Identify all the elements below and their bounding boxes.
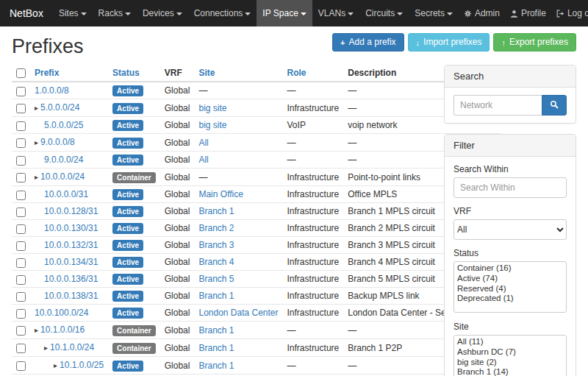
site-link[interactable]: Branch 5 — [198, 274, 234, 284]
prefix-cell: 1.0.0.0/8 — [30, 82, 108, 99]
toggle-all-checkbox[interactable] — [16, 68, 26, 78]
site-cell: big site — [194, 99, 282, 117]
search-button[interactable] — [542, 95, 567, 116]
nav-item-admin[interactable]: Admin — [459, 0, 505, 26]
column-header-status[interactable]: Status — [108, 65, 160, 82]
status-select[interactable]: Container (16)Active (74)Reserved (4)Dep… — [453, 261, 567, 313]
nav-item-racks[interactable]: Racks — [93, 0, 137, 26]
navbar-brand[interactable]: NetBox — [0, 0, 53, 26]
prefix-link[interactable]: 10.1.0.0/16 — [40, 324, 85, 335]
nav-item-secrets[interactable]: Secrets — [409, 0, 459, 26]
row-checkbox[interactable] — [16, 361, 26, 371]
site-link[interactable]: Branch 1 — [198, 361, 234, 371]
site-link[interactable]: Branch 4 — [198, 257, 234, 267]
expand-arrow-icon[interactable]: ▸ — [35, 138, 38, 146]
select-option[interactable]: big site (2) — [456, 358, 564, 368]
nav-item-log-out[interactable]: Log out — [551, 0, 588, 26]
prefix-link[interactable]: 10.1.0.0/25 — [60, 360, 104, 370]
content: PrefixStatusVRFSiteRoleDescription 1.0.0… — [12, 65, 576, 376]
prefix-link[interactable]: 9.0.0.0/8 — [40, 137, 75, 147]
site-link[interactable]: London Data Center — [198, 308, 278, 318]
import-prefixes-button[interactable]: ↓Import prefixes — [408, 33, 490, 52]
search-within-input[interactable] — [453, 177, 567, 198]
prefix-link[interactable]: 10.0.0.138/31 — [44, 291, 98, 301]
row-checkbox[interactable] — [16, 241, 26, 251]
site-link[interactable]: Branch 1 — [198, 291, 234, 301]
nav-item-connections[interactable]: Connections — [188, 0, 257, 26]
prefix-link[interactable]: 5.0.0.0/25 — [44, 120, 83, 130]
prefix-link[interactable]: 10.0.0.134/31 — [44, 257, 98, 267]
navbar-menu: SitesRacksDevicesConnectionsIP SpaceVLAN… — [53, 0, 459, 26]
select-option[interactable]: Deprecated (1) — [456, 294, 564, 304]
expand-arrow-icon[interactable]: ▸ — [35, 326, 38, 334]
row-checkbox[interactable] — [16, 104, 26, 113]
nav-item-sites[interactable]: Sites — [53, 0, 93, 26]
row-checkbox[interactable] — [16, 258, 26, 268]
row-checkbox[interactable] — [16, 156, 26, 166]
site-link[interactable]: big site — [198, 103, 226, 113]
export-prefixes-button[interactable]: ↑Export prefixes — [493, 33, 576, 52]
row-checkbox[interactable] — [16, 138, 26, 148]
column-sort-link[interactable]: Role — [287, 68, 306, 78]
row-checkbox[interactable] — [16, 344, 26, 353]
expand-arrow-icon[interactable]: ▸ — [54, 361, 57, 369]
row-checkbox[interactable] — [16, 191, 26, 200]
prefix-link[interactable]: 10.0.0.128/31 — [44, 206, 98, 216]
site-link[interactable]: Branch 1 — [198, 325, 234, 336]
row-checkbox[interactable] — [16, 87, 26, 96]
row-checkbox[interactable] — [16, 121, 26, 131]
site-link[interactable]: All — [198, 138, 208, 148]
site-link[interactable]: Branch 1 — [198, 206, 234, 216]
select-option[interactable]: Container (16) — [456, 263, 564, 274]
site-link[interactable]: Branch 1 — [198, 343, 234, 353]
status-cell: Active — [108, 271, 160, 288]
prefix-link[interactable]: 10.0.0.132/31 — [44, 240, 98, 250]
expand-arrow-icon[interactable]: ▸ — [44, 344, 48, 352]
row-checkbox[interactable] — [16, 309, 26, 319]
prefix-link[interactable]: 5.0.0.0/24 — [40, 102, 79, 113]
row-checkbox-cell — [12, 169, 30, 186]
row-checkbox[interactable] — [16, 207, 26, 217]
select-option[interactable]: Ashburn DC (7) — [456, 347, 564, 358]
site-link[interactable]: Branch 3 — [198, 240, 234, 250]
prefix-link[interactable]: 10.0.0.130/31 — [44, 223, 98, 233]
site-link[interactable]: Main Office — [198, 189, 243, 199]
row-checkbox[interactable] — [16, 173, 26, 182]
nav-item-ip-space[interactable]: IP Space — [257, 0, 312, 26]
prefix-link[interactable]: 10.0.100.0/24 — [35, 308, 88, 318]
site-link[interactable]: All — [198, 155, 208, 165]
column-sort-link[interactable]: Prefix — [35, 68, 59, 78]
add-a-prefix-button[interactable]: +Add a prefix — [332, 33, 404, 52]
prefix-link[interactable]: 10.0.0.136/31 — [44, 274, 98, 284]
prefix-link[interactable]: 9.0.0.0/24 — [44, 155, 83, 165]
row-checkbox[interactable] — [16, 326, 26, 336]
search-input[interactable] — [453, 95, 542, 116]
select-option[interactable]: Reserved (4) — [456, 284, 564, 294]
nav-item-circuits[interactable]: Circuits — [359, 0, 409, 26]
column-header-prefix[interactable]: Prefix — [30, 65, 108, 82]
site-link[interactable]: big site — [198, 120, 226, 130]
row-checkbox[interactable] — [16, 292, 26, 302]
expand-arrow-icon[interactable]: ▸ — [35, 104, 38, 112]
column-sort-link[interactable]: Status — [112, 68, 140, 78]
select-option[interactable]: All (11) — [456, 337, 564, 347]
nav-item-profile[interactable]: Profile — [505, 0, 551, 26]
row-checkbox[interactable] — [16, 275, 26, 285]
select-option[interactable]: Branch 1 (14) — [456, 367, 564, 376]
prefix-link[interactable]: 1.0.0.0/8 — [35, 85, 69, 96]
site-link[interactable]: Branch 2 — [198, 223, 234, 233]
role-cell: Infrastructure — [283, 254, 344, 271]
nav-item-vlans[interactable]: VLANs — [312, 0, 359, 26]
vrf-select[interactable]: All — [453, 219, 567, 240]
prefix-link[interactable]: 10.1.0.0/24 — [50, 342, 94, 352]
column-header-role[interactable]: Role — [283, 65, 344, 82]
column-sort-link[interactable]: Site — [198, 68, 215, 78]
row-checkbox[interactable] — [16, 224, 26, 234]
nav-item-devices[interactable]: Devices — [137, 0, 188, 26]
column-header-site[interactable]: Site — [194, 65, 282, 82]
prefix-link[interactable]: 10.0.0.0/31 — [44, 189, 88, 199]
select-option[interactable]: Active (74) — [456, 274, 564, 284]
prefix-link[interactable]: 10.0.0.0/24 — [40, 171, 85, 182]
expand-arrow-icon[interactable]: ▸ — [35, 173, 38, 181]
site-select[interactable]: All (11)Ashburn DC (7)big site (2)Branch… — [453, 335, 567, 376]
